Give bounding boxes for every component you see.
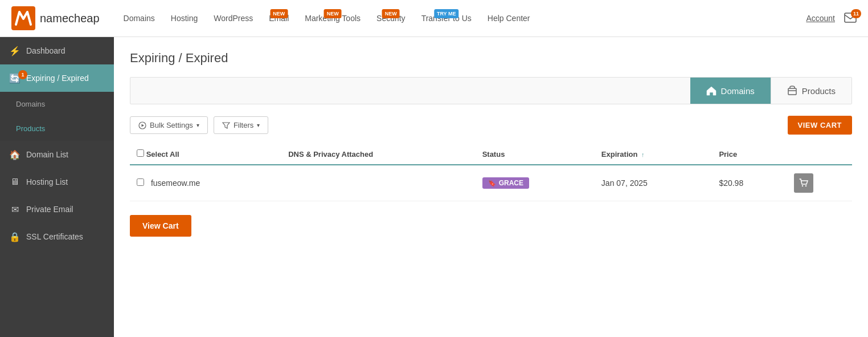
ssl-icon: 🔒 <box>9 231 21 242</box>
toolbar: Bulk Settings ▾ Filters ▾ VIEW CART <box>130 116 852 135</box>
expiring-notification-badge: 1 <box>18 70 27 79</box>
view-cart-bottom-button[interactable]: View Cart <box>130 215 191 237</box>
top-nav: namecheap Domains Hosting WordPress NEW … <box>0 0 868 37</box>
hosting-list-icon: 🖥 <box>9 176 21 188</box>
svg-point-6 <box>805 185 806 186</box>
domain-list-icon: 🏠 <box>9 149 21 160</box>
account-link[interactable]: Account <box>806 14 835 23</box>
col-actions <box>787 144 852 165</box>
sidebar-item-private-email[interactable]: ✉ Private Email <box>0 196 114 223</box>
domains-table: Select All DNS & Privacy Attached Status… <box>130 144 852 201</box>
sidebar-item-ssl[interactable]: 🔒 SSL Certificates <box>0 223 114 250</box>
nav-item-domains[interactable]: Domains <box>117 9 162 27</box>
email-new-badge: NEW <box>270 9 288 18</box>
tab-spacer <box>130 78 690 104</box>
sidebar-item-expiring-label: Expiring / Expired <box>26 74 89 83</box>
col-price: Price <box>712 144 787 165</box>
tab-domains[interactable]: Domains <box>690 78 771 104</box>
nav-item-hosting[interactable]: Hosting <box>164 9 204 27</box>
logo-link[interactable]: namecheap <box>11 6 100 30</box>
svg-rect-2 <box>788 88 796 95</box>
col-status: Status <box>476 144 595 165</box>
col-expiration[interactable]: Expiration ↑ <box>595 144 713 165</box>
row-status: 🔖 GRACE <box>476 165 595 201</box>
row-price: $20.98 <box>712 165 787 201</box>
table-body: fusemeow.me 🔖 GRACE Jan 07, 2025 <box>130 165 852 201</box>
view-cart-bottom-label: View Cart <box>142 221 179 230</box>
tab-domains-label: Domains <box>721 86 755 96</box>
nav-item-help[interactable]: Help Center <box>481 9 537 27</box>
table-row: fusemeow.me 🔖 GRACE Jan 07, 2025 <box>130 165 852 201</box>
grace-icon: 🔖 <box>488 180 496 187</box>
sidebar-item-private-email-label: Private Email <box>26 205 73 214</box>
box-icon <box>787 86 797 96</box>
view-cart-top-button[interactable]: VIEW CART <box>788 116 852 135</box>
sidebar-item-domains-sub[interactable]: Domains <box>0 92 114 116</box>
nav-item-transfer[interactable]: TRY ME Transfer to Us <box>415 9 478 27</box>
sidebar-item-products-sub[interactable]: Products <box>0 116 114 141</box>
filters-chevron-icon: ▾ <box>257 122 260 128</box>
tab-products[interactable]: Products <box>771 78 851 104</box>
row-checkbox[interactable] <box>137 178 144 186</box>
add-to-cart-button[interactable] <box>794 173 813 193</box>
table-header-row: Select All DNS & Privacy Attached Status… <box>130 144 852 165</box>
sidebar-item-domain-list-label: Domain List <box>26 150 68 159</box>
view-cart-top-label: VIEW CART <box>798 121 842 129</box>
row-cart-action <box>787 165 852 201</box>
nav-item-email[interactable]: NEW Email <box>262 9 296 27</box>
nav-item-security[interactable]: NEW Security <box>370 9 412 27</box>
dashboard-icon: ⚡ <box>9 45 21 56</box>
sidebar: ⚡ Dashboard 🔄 Expiring / Expired 1 Domai… <box>0 37 114 337</box>
tab-products-label: Products <box>802 86 836 96</box>
filters-button[interactable]: Filters ▾ <box>214 116 268 134</box>
sidebar-item-products-sub-label: Products <box>16 124 45 133</box>
col-select-all[interactable]: Select All <box>130 144 281 165</box>
bulk-settings-chevron-icon: ▾ <box>196 122 199 128</box>
row-expiration: Jan 07, 2025 <box>595 165 713 201</box>
sidebar-item-hosting-list[interactable]: 🖥 Hosting List <box>0 168 114 196</box>
sidebar-item-expiring[interactable]: 🔄 Expiring / Expired 1 <box>0 64 114 92</box>
page-layout: ⚡ Dashboard 🔄 Expiring / Expired 1 Domai… <box>0 37 868 337</box>
main-content: Expiring / Expired Domains Products <box>114 37 868 337</box>
filters-label: Filters <box>234 121 253 129</box>
page-title: Expiring / Expired <box>130 51 852 66</box>
sidebar-item-ssl-label: SSL Certificates <box>26 232 83 241</box>
row-dns-privacy <box>281 165 476 201</box>
svg-point-5 <box>802 185 803 186</box>
status-badge: 🔖 GRACE <box>482 177 529 189</box>
nav-items: Domains Hosting WordPress NEW Email NEW … <box>117 9 806 27</box>
tab-bar: Domains Products <box>130 77 852 104</box>
marketing-new-badge: NEW <box>324 9 342 18</box>
expiration-sort-arrow: ↑ <box>641 151 645 158</box>
namecheap-logo-icon <box>11 6 35 30</box>
play-circle-icon <box>138 121 146 129</box>
nav-right: Account 11 <box>806 13 857 25</box>
select-all-checkbox[interactable] <box>137 149 144 157</box>
logo-text: namecheap <box>40 12 100 25</box>
table-header: Select All DNS & Privacy Attached Status… <box>130 144 852 165</box>
filter-icon <box>222 121 230 129</box>
nav-item-marketing[interactable]: NEW Marketing Tools <box>298 9 367 27</box>
row-domain-name: fusemeow.me <box>130 165 281 201</box>
col-dns-privacy: DNS & Privacy Attached <box>281 144 476 165</box>
sidebar-item-dashboard[interactable]: ⚡ Dashboard <box>0 37 114 64</box>
bulk-settings-label: Bulk Settings <box>150 121 193 129</box>
mail-notification-badge: 11 <box>851 9 861 18</box>
nav-item-wordpress[interactable]: WordPress <box>207 9 260 27</box>
mail-icon-wrap[interactable]: 11 <box>844 13 857 25</box>
cart-icon <box>799 178 808 188</box>
sidebar-item-domains-sub-label: Domains <box>16 100 45 108</box>
transfer-try-me-badge: TRY ME <box>434 9 459 18</box>
home-icon <box>706 86 716 96</box>
bulk-settings-button[interactable]: Bulk Settings ▾ <box>130 116 208 134</box>
sidebar-item-domain-list[interactable]: 🏠 Domain List <box>0 141 114 168</box>
security-new-badge: NEW <box>382 9 400 18</box>
sidebar-item-dashboard-label: Dashboard <box>26 46 65 55</box>
sidebar-item-hosting-list-label: Hosting List <box>26 177 68 186</box>
private-email-icon: ✉ <box>9 204 21 215</box>
